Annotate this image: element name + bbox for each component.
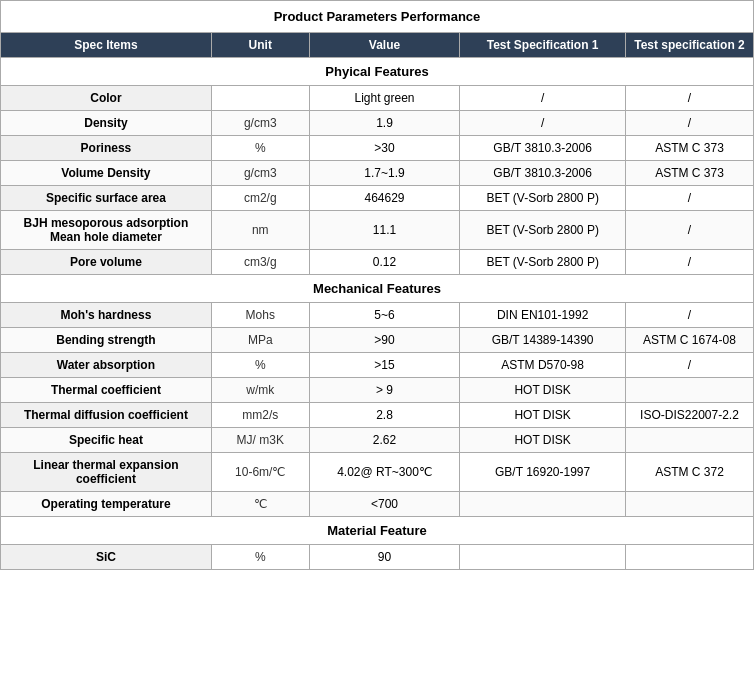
test1-cell: GB/T 3810.3-2006 [460,136,626,161]
table-row: Thermal diffusion coefficientmm2/s2.8HOT… [1,403,754,428]
value-cell: 11.1 [309,211,460,250]
col-header-test2: Test specification 2 [625,33,753,58]
test1-cell: DIN EN101-1992 [460,303,626,328]
spec-item-cell: Poriness [1,136,212,161]
value-cell: 1.7~1.9 [309,161,460,186]
unit-cell: g/cm3 [211,161,309,186]
value-cell: 4.02@ RT~300℃ [309,453,460,492]
spec-item-cell: Moh's hardness [1,303,212,328]
title-row: Product Parameters Performance [1,1,754,33]
test2-cell: / [625,86,753,111]
mechanical-rows: Moh's hardnessMohs5~6DIN EN101-1992/Bend… [1,303,754,517]
test2-cell [625,545,753,570]
table-row: Operating temperature℃<700 [1,492,754,517]
section-material-label: Material Feature [1,517,754,545]
test1-cell: BET (V-Sorb 2800 P) [460,211,626,250]
unit-cell: MPa [211,328,309,353]
test1-cell: GB/T 3810.3-2006 [460,161,626,186]
value-cell: >15 [309,353,460,378]
unit-cell: ℃ [211,492,309,517]
value-cell: Light green [309,86,460,111]
unit-cell: mm2/s [211,403,309,428]
section-physical-label: Phyical Features [1,58,754,86]
spec-item-cell: Water absorption [1,353,212,378]
test1-cell: HOT DISK [460,428,626,453]
value-cell: > 9 [309,378,460,403]
spec-item-cell: Density [1,111,212,136]
test2-cell: / [625,111,753,136]
table-row: Poriness%>30GB/T 3810.3-2006ASTM C 373 [1,136,754,161]
col-header-unit: Unit [211,33,309,58]
section-mechanical: Mechanical Features [1,275,754,303]
table-row: BJH mesoporous adsorption Mean hole diam… [1,211,754,250]
spec-item-cell: Thermal diffusion coefficient [1,403,212,428]
unit-cell: Mohs [211,303,309,328]
physical-rows: ColorLight green//Densityg/cm31.9//Porin… [1,86,754,275]
test2-cell: ASTM C 373 [625,136,753,161]
test2-cell: ISO-DIS22007-2.2 [625,403,753,428]
spec-item-cell: Bending strength [1,328,212,353]
test2-cell: ASTM C 372 [625,453,753,492]
test2-cell: / [625,211,753,250]
table-row: Specific surface areacm2/g464629BET (V-S… [1,186,754,211]
test2-cell [625,378,753,403]
test1-cell: GB/T 16920-1997 [460,453,626,492]
value-cell: 2.62 [309,428,460,453]
col-header-value: Value [309,33,460,58]
col-header-spec: Spec Items [1,33,212,58]
test1-cell: ASTM D570-98 [460,353,626,378]
unit-cell: g/cm3 [211,111,309,136]
test2-cell: ASTM C 1674-08 [625,328,753,353]
spec-item-cell: Specific surface area [1,186,212,211]
test2-cell [625,492,753,517]
spec-item-cell: Pore volume [1,250,212,275]
table-row: Specific heatMJ/ m3K2.62HOT DISK [1,428,754,453]
table-row: Bending strengthMPa>90GB/T 14389-14390AS… [1,328,754,353]
test1-cell [460,492,626,517]
value-cell: 5~6 [309,303,460,328]
spec-item-cell: Volume Density [1,161,212,186]
unit-cell: % [211,545,309,570]
unit-cell: nm [211,211,309,250]
table-row: Densityg/cm31.9// [1,111,754,136]
test2-cell: / [625,250,753,275]
test2-cell: ASTM C 373 [625,161,753,186]
table-row: Water absorption%>15ASTM D570-98/ [1,353,754,378]
table-row: Linear thermal expansion coefficient10-6… [1,453,754,492]
spec-item-cell: SiC [1,545,212,570]
value-cell: 2.8 [309,403,460,428]
test1-cell: / [460,86,626,111]
spec-item-cell: Thermal coefficient [1,378,212,403]
test1-cell: HOT DISK [460,403,626,428]
test1-cell: BET (V-Sorb 2800 P) [460,250,626,275]
table-row: Thermal coefficientw/mk> 9HOT DISK [1,378,754,403]
table-row: Pore volumecm3/g0.12BET (V-Sorb 2800 P)/ [1,250,754,275]
spec-item-cell: BJH mesoporous adsorption Mean hole diam… [1,211,212,250]
value-cell: <700 [309,492,460,517]
section-physical: Phyical Features [1,58,754,86]
test2-cell: / [625,186,753,211]
table-row: Moh's hardnessMohs5~6DIN EN101-1992/ [1,303,754,328]
col-header-test1: Test Specification 1 [460,33,626,58]
test1-cell [460,545,626,570]
test2-cell: / [625,353,753,378]
unit-cell: w/mk [211,378,309,403]
value-cell: 90 [309,545,460,570]
test2-cell: / [625,303,753,328]
spec-item-cell: Color [1,86,212,111]
spec-item-cell: Linear thermal expansion coefficient [1,453,212,492]
spec-item-cell: Specific heat [1,428,212,453]
test1-cell: HOT DISK [460,378,626,403]
unit-cell: cm2/g [211,186,309,211]
unit-cell: MJ/ m3K [211,428,309,453]
table-row: SiC%90 [1,545,754,570]
header-row: Spec Items Unit Value Test Specification… [1,33,754,58]
unit-cell: % [211,136,309,161]
section-mechanical-label: Mechanical Features [1,275,754,303]
value-cell: >90 [309,328,460,353]
section-material: Material Feature [1,517,754,545]
unit-cell: % [211,353,309,378]
test1-cell: / [460,111,626,136]
value-cell: 1.9 [309,111,460,136]
test2-cell [625,428,753,453]
